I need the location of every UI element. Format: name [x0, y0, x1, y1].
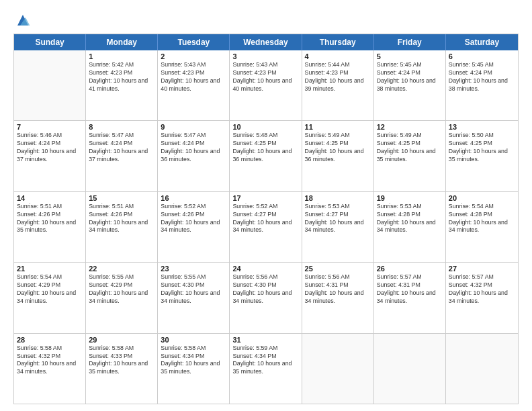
day-cell-29: 29Sunrise: 5:58 AM Sunset: 4:33 PM Dayli…: [86, 334, 158, 404]
day-info: Sunrise: 5:56 AM Sunset: 4:31 PM Dayligh…: [305, 273, 371, 306]
day-info: Sunrise: 5:54 AM Sunset: 4:29 PM Dayligh…: [17, 273, 83, 306]
empty-cell-4-4: [302, 334, 374, 404]
day-number: 27: [449, 265, 515, 273]
day-number: 28: [17, 336, 83, 344]
day-info: Sunrise: 5:53 AM Sunset: 4:27 PM Dayligh…: [305, 203, 371, 235]
day-number: 26: [377, 265, 443, 273]
day-info: Sunrise: 5:43 AM Sunset: 4:23 PM Dayligh…: [232, 61, 298, 93]
day-number: 14: [17, 194, 83, 202]
logo-icon: [15, 12, 31, 28]
day-cell-15: 15Sunrise: 5:51 AM Sunset: 4:26 PM Dayli…: [86, 192, 158, 262]
calendar-body: 1Sunrise: 5:42 AM Sunset: 4:23 PM Daylig…: [14, 50, 518, 404]
page: SundayMondayTuesdayWednesdayThursdayFrid…: [0, 0, 532, 411]
day-info: Sunrise: 5:47 AM Sunset: 4:24 PM Dayligh…: [89, 132, 154, 164]
day-cell-17: 17Sunrise: 5:52 AM Sunset: 4:27 PM Dayli…: [230, 192, 302, 262]
day-info: Sunrise: 5:43 AM Sunset: 4:23 PM Dayligh…: [161, 61, 226, 93]
header-day-tuesday: Tuesday: [158, 34, 230, 50]
day-number: 4: [305, 52, 371, 60]
day-info: Sunrise: 5:45 AM Sunset: 4:24 PM Dayligh…: [449, 61, 515, 93]
day-cell-7: 7Sunrise: 5:46 AM Sunset: 4:24 PM Daylig…: [14, 121, 86, 191]
day-info: Sunrise: 5:58 AM Sunset: 4:34 PM Dayligh…: [161, 345, 226, 377]
empty-cell-4-5: [374, 334, 446, 404]
day-number: 1: [89, 52, 154, 60]
day-info: Sunrise: 5:58 AM Sunset: 4:32 PM Dayligh…: [17, 345, 83, 377]
header-day-friday: Friday: [374, 34, 446, 50]
day-info: Sunrise: 5:49 AM Sunset: 4:25 PM Dayligh…: [305, 132, 371, 164]
day-number: 18: [305, 194, 371, 202]
day-number: 13: [449, 123, 515, 131]
day-number: 7: [17, 123, 83, 131]
day-number: 24: [232, 265, 298, 273]
header-day-wednesday: Wednesday: [230, 34, 302, 50]
day-info: Sunrise: 5:55 AM Sunset: 4:30 PM Dayligh…: [161, 273, 226, 306]
day-cell-20: 20Sunrise: 5:54 AM Sunset: 4:28 PM Dayli…: [446, 192, 518, 262]
day-cell-10: 10Sunrise: 5:48 AM Sunset: 4:25 PM Dayli…: [230, 121, 302, 191]
day-info: Sunrise: 5:44 AM Sunset: 4:23 PM Dayligh…: [305, 61, 371, 93]
day-number: 23: [161, 265, 226, 273]
day-number: 16: [161, 194, 226, 202]
header-day-sunday: Sunday: [14, 34, 86, 50]
day-number: 15: [89, 194, 154, 202]
header-day-saturday: Saturday: [446, 34, 518, 50]
day-cell-16: 16Sunrise: 5:52 AM Sunset: 4:26 PM Dayli…: [158, 192, 230, 262]
day-cell-4: 4Sunrise: 5:44 AM Sunset: 4:23 PM Daylig…: [302, 50, 374, 120]
day-cell-14: 14Sunrise: 5:51 AM Sunset: 4:26 PM Dayli…: [14, 192, 86, 262]
day-number: 11: [305, 123, 371, 131]
day-cell-9: 9Sunrise: 5:47 AM Sunset: 4:24 PM Daylig…: [158, 121, 230, 191]
day-cell-23: 23Sunrise: 5:55 AM Sunset: 4:30 PM Dayli…: [158, 263, 230, 332]
day-number: 12: [377, 123, 443, 131]
day-info: Sunrise: 5:57 AM Sunset: 4:31 PM Dayligh…: [377, 273, 443, 306]
calendar: SundayMondayTuesdayWednesdayThursdayFrid…: [13, 34, 519, 404]
day-number: 3: [232, 52, 298, 60]
day-number: 8: [89, 123, 154, 131]
day-info: Sunrise: 5:52 AM Sunset: 4:27 PM Dayligh…: [232, 203, 298, 235]
day-number: 30: [161, 336, 226, 344]
day-info: Sunrise: 5:53 AM Sunset: 4:28 PM Dayligh…: [377, 203, 443, 235]
day-number: 2: [161, 52, 226, 60]
day-info: Sunrise: 5:51 AM Sunset: 4:26 PM Dayligh…: [17, 203, 83, 235]
day-number: 21: [17, 265, 83, 273]
calendar-row-3: 21Sunrise: 5:54 AM Sunset: 4:29 PM Dayli…: [14, 262, 518, 332]
day-cell-12: 12Sunrise: 5:49 AM Sunset: 4:25 PM Dayli…: [374, 121, 446, 191]
day-cell-19: 19Sunrise: 5:53 AM Sunset: 4:28 PM Dayli…: [374, 192, 446, 262]
day-cell-24: 24Sunrise: 5:56 AM Sunset: 4:30 PM Dayli…: [230, 263, 302, 332]
logo: [13, 11, 31, 28]
day-cell-30: 30Sunrise: 5:58 AM Sunset: 4:34 PM Dayli…: [158, 334, 230, 404]
empty-cell-4-6: [446, 334, 518, 404]
header-day-thursday: Thursday: [302, 34, 374, 50]
day-info: Sunrise: 5:57 AM Sunset: 4:32 PM Dayligh…: [449, 273, 515, 306]
header: [13, 11, 519, 28]
day-number: 20: [449, 194, 515, 202]
day-cell-27: 27Sunrise: 5:57 AM Sunset: 4:32 PM Dayli…: [446, 263, 518, 332]
day-cell-3: 3Sunrise: 5:43 AM Sunset: 4:23 PM Daylig…: [230, 50, 302, 120]
day-number: 29: [89, 336, 154, 344]
day-cell-5: 5Sunrise: 5:45 AM Sunset: 4:24 PM Daylig…: [374, 50, 446, 120]
day-cell-28: 28Sunrise: 5:58 AM Sunset: 4:32 PM Dayli…: [14, 334, 86, 404]
day-cell-13: 13Sunrise: 5:50 AM Sunset: 4:25 PM Dayli…: [446, 121, 518, 191]
day-number: 6: [449, 52, 515, 60]
day-info: Sunrise: 5:46 AM Sunset: 4:24 PM Dayligh…: [17, 132, 83, 164]
day-number: 19: [377, 194, 443, 202]
empty-cell-0-0: [14, 50, 86, 120]
day-cell-2: 2Sunrise: 5:43 AM Sunset: 4:23 PM Daylig…: [158, 50, 230, 120]
day-info: Sunrise: 5:47 AM Sunset: 4:24 PM Dayligh…: [161, 132, 226, 164]
day-cell-1: 1Sunrise: 5:42 AM Sunset: 4:23 PM Daylig…: [86, 50, 158, 120]
day-cell-18: 18Sunrise: 5:53 AM Sunset: 4:27 PM Dayli…: [302, 192, 374, 262]
day-info: Sunrise: 5:58 AM Sunset: 4:33 PM Dayligh…: [89, 345, 154, 377]
day-number: 9: [161, 123, 226, 131]
calendar-row-2: 14Sunrise: 5:51 AM Sunset: 4:26 PM Dayli…: [14, 191, 518, 262]
day-info: Sunrise: 5:50 AM Sunset: 4:25 PM Dayligh…: [449, 132, 515, 164]
day-info: Sunrise: 5:42 AM Sunset: 4:23 PM Dayligh…: [89, 61, 154, 93]
day-info: Sunrise: 5:56 AM Sunset: 4:30 PM Dayligh…: [232, 273, 298, 306]
day-number: 25: [305, 265, 371, 273]
day-info: Sunrise: 5:59 AM Sunset: 4:34 PM Dayligh…: [232, 345, 298, 377]
day-cell-25: 25Sunrise: 5:56 AM Sunset: 4:31 PM Dayli…: [302, 263, 374, 332]
day-cell-22: 22Sunrise: 5:55 AM Sunset: 4:29 PM Dayli…: [86, 263, 158, 332]
header-day-monday: Monday: [86, 34, 158, 50]
day-number: 10: [232, 123, 298, 131]
day-cell-26: 26Sunrise: 5:57 AM Sunset: 4:31 PM Dayli…: [374, 263, 446, 332]
day-info: Sunrise: 5:51 AM Sunset: 4:26 PM Dayligh…: [89, 203, 154, 235]
day-number: 22: [89, 265, 154, 273]
day-cell-6: 6Sunrise: 5:45 AM Sunset: 4:24 PM Daylig…: [446, 50, 518, 120]
day-cell-8: 8Sunrise: 5:47 AM Sunset: 4:24 PM Daylig…: [86, 121, 158, 191]
